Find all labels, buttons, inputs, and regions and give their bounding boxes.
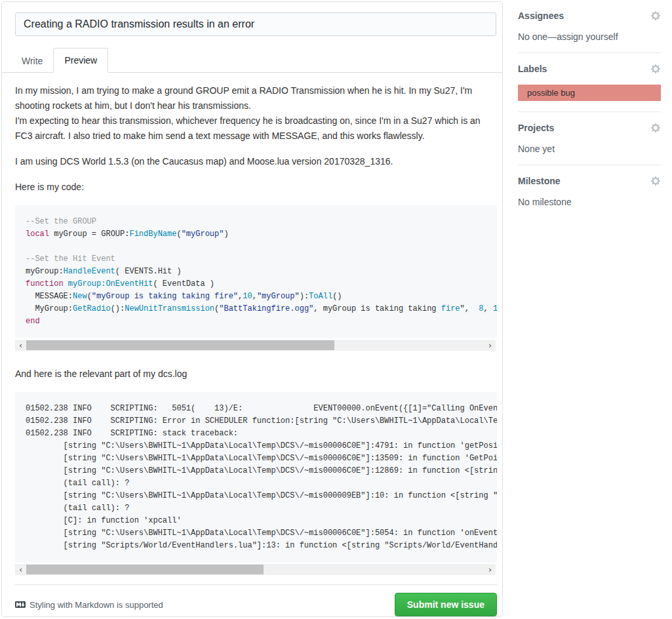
milestone-section: Milestone No milestone [518,165,661,218]
log-code-block: 01502.238 INFO SCRIPTING: 5051( 13)/E: E… [15,392,497,563]
body-paragraph-3: Here is my code: [15,180,497,195]
tab-write[interactable]: Write [11,49,53,73]
assignees-section: Assignees No one—assign yourself [518,0,661,53]
form-footer: Styling with Markdown is supported Submi… [15,584,497,616]
preview-content: In my mission, I am trying to make a gro… [15,73,497,616]
scroll-right-icon[interactable]: › [484,340,496,351]
markdown-note: Styling with Markdown is supported [15,599,163,610]
milestone-title: Milestone [518,176,561,186]
log-scrollbar-thumb[interactable] [26,565,264,574]
markdown-note-text: Styling with Markdown is supported [30,600,163,610]
projects-value: None yet [518,144,661,154]
issue-form: Write Preview In my mission, I am trying… [1,1,503,617]
body-paragraph-2: I am using DCS World 1.5.3 (on the Cauca… [15,154,497,169]
lua-code-block: --Set the GROUPlocal myGroup = GROUP:Fin… [15,205,497,338]
scroll-left-icon[interactable]: ‹ [15,340,26,351]
scroll-right-icon[interactable]: › [484,564,496,575]
markdown-icon [15,599,26,610]
body-paragraph-1-line-2: I'm expecting to hear this transmission,… [15,115,481,141]
assignees-title: Assignees [518,10,564,21]
log-scrollbar[interactable]: ‹ › [15,564,496,575]
projects-section: Projects None yet [518,112,661,165]
code-scrollbar-thumb[interactable] [26,340,334,350]
labels-gear-icon[interactable] [650,64,661,74]
code-scrollbar[interactable]: ‹ › [15,340,496,351]
editor-tab-bar: Write Preview [2,47,502,73]
submit-new-issue-button[interactable]: Submit new issue [395,593,497,616]
body-paragraph-1-line-1: In my mission, I am trying to make a gro… [15,85,472,111]
projects-title: Projects [518,123,554,133]
assign-yourself-link[interactable]: assign yourself [557,31,618,42]
tab-preview[interactable]: Preview [53,48,108,73]
label-chip[interactable]: possible bug [518,85,661,101]
assignees-value: No one— [518,31,557,42]
milestone-gear-icon[interactable] [650,176,661,186]
issue-sidebar: Assignees No one—assign yourself Labels … [518,0,661,218]
milestone-value: No milestone [518,197,661,207]
issue-title-input[interactable] [15,12,496,36]
labels-title: Labels [518,64,547,74]
labels-section: Labels possible bug [518,53,661,112]
body-paragraph-4: And here is the relevant part of my dcs.… [15,367,497,382]
body-paragraph-1: In my mission, I am trying to make a gro… [15,83,497,144]
scroll-left-icon[interactable]: ‹ [15,564,26,575]
projects-gear-icon[interactable] [650,123,661,133]
assignees-gear-icon[interactable] [650,10,661,21]
